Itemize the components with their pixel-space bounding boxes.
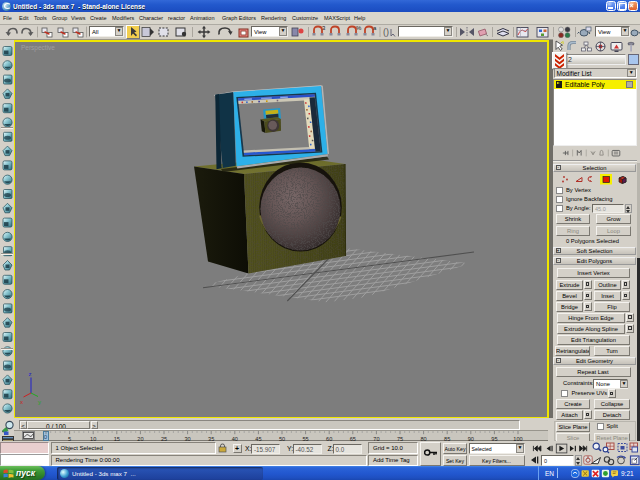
svg-text:65: 65 (350, 435, 356, 441)
svg-text:5: 5 (68, 435, 71, 441)
svg-text:55: 55 (302, 435, 308, 441)
svg-text:25: 25 (161, 435, 167, 441)
svg-text:%: % (356, 25, 362, 31)
svg-text:y: y (38, 398, 41, 404)
svg-text:20: 20 (137, 435, 143, 441)
svg-text:45: 45 (255, 435, 261, 441)
svg-text:40: 40 (232, 435, 238, 441)
svg-text:70: 70 (373, 435, 379, 441)
svg-text:z: z (29, 371, 32, 377)
svg-text:15: 15 (114, 435, 120, 441)
svg-text:x: x (20, 398, 23, 404)
svg-text:a: a (373, 25, 377, 31)
svg-text:90: 90 (468, 435, 474, 441)
svg-text:75: 75 (397, 435, 403, 441)
svg-text:10: 10 (90, 435, 96, 441)
svg-text:100: 100 (513, 435, 522, 441)
svg-text:85: 85 (444, 435, 450, 441)
svg-text:35: 35 (208, 435, 214, 441)
svg-text:30: 30 (184, 435, 190, 441)
svg-text:(): () (383, 27, 389, 37)
svg-text:50: 50 (279, 435, 285, 441)
svg-text:95: 95 (491, 435, 497, 441)
svg-text:60: 60 (326, 435, 332, 441)
svg-text:80: 80 (420, 435, 426, 441)
svg-text:3: 3 (322, 25, 326, 31)
